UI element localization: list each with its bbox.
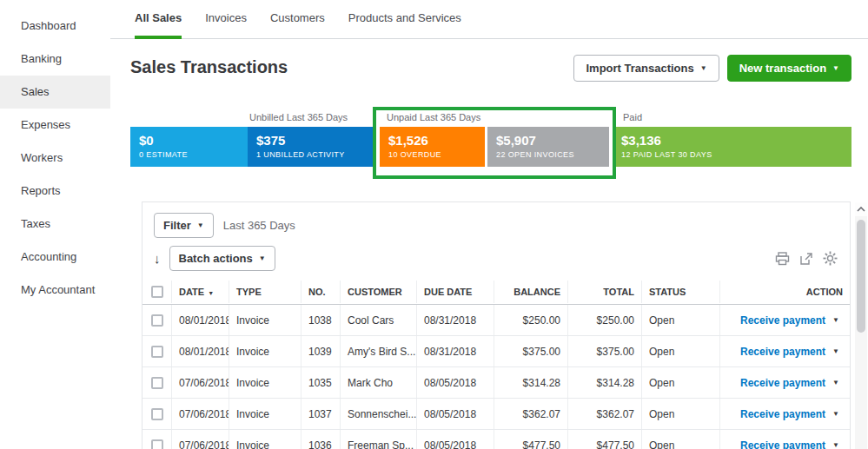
- printer-icon[interactable]: [775, 252, 790, 266]
- chevron-down-icon[interactable]: ▼: [832, 317, 839, 324]
- cell-date: 07/06/2018: [171, 367, 229, 398]
- new-transaction-button[interactable]: New transaction ▼: [727, 55, 851, 82]
- chevron-down-icon: ▼: [197, 222, 204, 229]
- cell-due-date: 08/05/2018: [416, 367, 494, 398]
- cell-due-date: 08/31/2018: [416, 336, 494, 366]
- sidebar: Dashboard Banking Sales Expenses Workers…: [0, 0, 110, 449]
- tab-products-services[interactable]: Products and Services: [348, 0, 461, 39]
- cell-status: Open: [641, 367, 719, 398]
- import-transactions-button[interactable]: Import Transactions ▼: [573, 55, 719, 82]
- header-date[interactable]: DATE▼: [171, 281, 229, 303]
- segment-caption: 22 OPEN INVOICES: [496, 150, 609, 159]
- sidebar-item-dashboard[interactable]: Dashboard: [0, 10, 110, 43]
- cell-status: Open: [641, 305, 719, 335]
- scrollbar-thumb[interactable]: [857, 220, 865, 333]
- filter-button[interactable]: Filter ▼: [154, 213, 214, 238]
- cell-customer: Freeman Sp...: [340, 430, 416, 449]
- chevron-down-icon[interactable]: ▼: [832, 442, 839, 449]
- tab-invoices[interactable]: Invoices: [205, 0, 247, 39]
- unpaid-group-label: Unpaid Last 365 Days: [387, 112, 480, 122]
- sidebar-item-accounting[interactable]: Accounting: [0, 241, 110, 274]
- row-checkbox[interactable]: [151, 346, 163, 358]
- receive-payment-link[interactable]: Receive payment: [740, 346, 825, 358]
- sidebar-item-taxes[interactable]: Taxes: [0, 208, 110, 241]
- money-bar-segments: $0 0 ESTIMATE $375 1 UNBILLED ACTIVITY $…: [130, 127, 851, 167]
- header-customer[interactable]: CUSTOMER: [340, 281, 416, 303]
- segment-unbilled-activity[interactable]: $375 1 UNBILLED ACTIVITY: [248, 127, 376, 167]
- sales-tabs: All Sales Invoices Customers Products an…: [110, 0, 868, 39]
- segment-overdue[interactable]: $1,526 10 OVERDUE: [380, 127, 485, 167]
- select-all-checkbox[interactable]: [151, 286, 163, 298]
- cell-balance: $250.00: [494, 305, 567, 335]
- sidebar-item-banking[interactable]: Banking: [0, 43, 110, 76]
- chevron-down-icon[interactable]: ▼: [832, 380, 839, 386]
- cell-date: 08/01/2018: [171, 336, 229, 366]
- segment-amount: $1,526: [388, 133, 485, 148]
- download-arrow-icon[interactable]: ↓: [154, 251, 161, 266]
- cell-total: $477.50: [567, 430, 641, 449]
- filter-label: Filter: [163, 219, 191, 232]
- cell-balance: $477.50: [494, 430, 567, 449]
- row-checkbox-cell: [142, 377, 171, 389]
- table-row: 07/06/2018 Invoice 1035 Mark Cho 08/05/2…: [142, 367, 850, 399]
- cell-type: Invoice: [229, 430, 301, 449]
- batch-actions-row: ↓ Batch actions ▼: [142, 238, 850, 271]
- segment-estimates[interactable]: $0 0 ESTIMATE: [130, 127, 248, 167]
- header-no[interactable]: NO.: [301, 281, 340, 303]
- scroll-up-icon[interactable]: [855, 202, 867, 216]
- page-title: Sales Transactions: [130, 57, 288, 77]
- page-header: Sales Transactions Import Transactions ▼…: [110, 39, 868, 96]
- header-status[interactable]: STATUS: [641, 281, 719, 303]
- export-icon[interactable]: [799, 252, 813, 266]
- cell-action: Receive payment ▼: [719, 336, 850, 366]
- cell-status: Open: [641, 336, 719, 366]
- row-checkbox[interactable]: [151, 408, 163, 420]
- cell-action: Receive payment ▼: [719, 430, 850, 449]
- row-checkbox[interactable]: [151, 377, 163, 389]
- tab-customers[interactable]: Customers: [270, 0, 325, 39]
- receive-payment-link[interactable]: Receive payment: [740, 314, 825, 327]
- batch-actions-button[interactable]: Batch actions ▼: [169, 246, 275, 271]
- table-row: 07/06/2018 Invoice 1037 Sonnenschei... 0…: [142, 399, 850, 430]
- tab-all-sales[interactable]: All Sales: [135, 0, 182, 39]
- header-action: ACTION: [719, 281, 850, 303]
- segment-paid[interactable]: $3,136 12 PAID LAST 30 DAYS: [613, 127, 851, 167]
- chevron-down-icon: ▼: [259, 255, 266, 262]
- cell-total: $362.07: [567, 399, 641, 429]
- row-checkbox-cell: [142, 408, 171, 420]
- paid-group-label: Paid: [623, 112, 642, 122]
- sidebar-item-expenses[interactable]: Expenses: [0, 109, 110, 142]
- vertical-scrollbar[interactable]: [855, 202, 867, 449]
- header-total[interactable]: TOTAL: [567, 281, 641, 303]
- row-checkbox[interactable]: [151, 314, 163, 327]
- cell-type: Invoice: [229, 399, 301, 429]
- table-row: 08/01/2018 Invoice 1039 Amy's Bird S... …: [142, 336, 850, 367]
- sidebar-item-sales[interactable]: Sales: [0, 76, 110, 109]
- gear-icon[interactable]: [823, 251, 838, 266]
- chevron-down-icon[interactable]: ▼: [832, 348, 839, 355]
- chevron-down-icon[interactable]: ▼: [832, 411, 839, 418]
- receive-payment-link[interactable]: Receive payment: [740, 408, 825, 420]
- segment-open-invoices[interactable]: $5,907 22 OPEN INVOICES: [487, 127, 609, 167]
- main-content: All Sales Invoices Customers Products an…: [110, 0, 868, 449]
- row-checkbox[interactable]: [151, 439, 163, 449]
- receive-payment-link[interactable]: Receive payment: [740, 377, 825, 389]
- cell-no: 1038: [301, 305, 340, 335]
- table-tools: [775, 251, 838, 266]
- cell-total: $250.00: [567, 305, 641, 335]
- cell-no: 1039: [301, 336, 340, 366]
- segment-amount: $3,136: [621, 133, 851, 148]
- sidebar-item-reports[interactable]: Reports: [0, 175, 110, 208]
- header-type[interactable]: TYPE: [229, 281, 301, 303]
- date-range-text: Last 365 Days: [223, 219, 295, 232]
- header-date-label: DATE: [179, 287, 204, 297]
- cell-balance: $362.07: [494, 399, 567, 429]
- receive-payment-link[interactable]: Receive payment: [740, 439, 825, 449]
- header-balance[interactable]: BALANCE: [494, 281, 567, 303]
- header-due-date[interactable]: DUE DATE: [416, 281, 494, 303]
- sidebar-item-workers[interactable]: Workers: [0, 142, 110, 175]
- transactions-card: Filter ▼ Last 365 Days ↓ Batch actions ▼: [142, 201, 851, 449]
- sidebar-item-my-accountant[interactable]: My Accountant: [0, 274, 110, 307]
- cell-type: Invoice: [229, 336, 301, 366]
- segment-caption: 12 PAID LAST 30 DAYS: [621, 150, 851, 159]
